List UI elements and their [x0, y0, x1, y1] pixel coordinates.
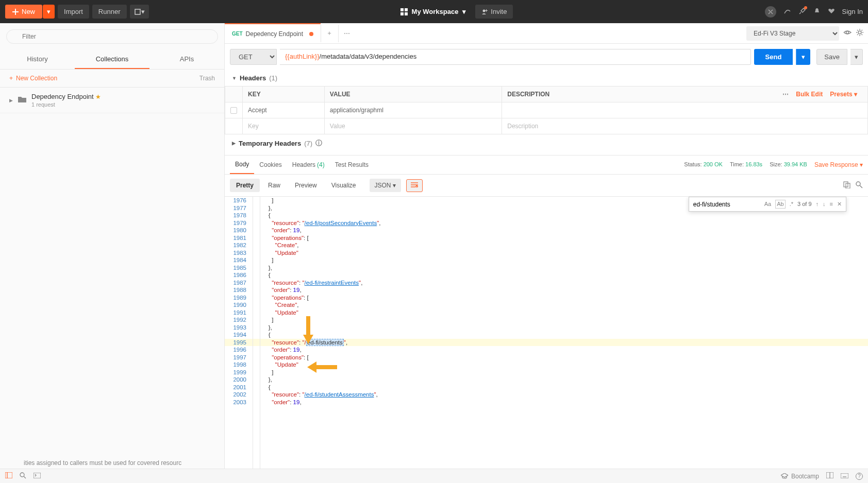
svg-rect-3	[400, 8, 404, 11]
view-raw[interactable]: Raw	[262, 179, 287, 192]
svg-rect-28	[34, 473, 41, 478]
new-dropdown[interactable]: ▾	[43, 5, 55, 19]
svg-point-12	[846, 31, 849, 34]
tab-options-button[interactable]: ⋯	[338, 25, 356, 42]
tab-apis[interactable]: APIs	[149, 50, 224, 69]
search-close[interactable]: ✕	[837, 200, 842, 208]
help-icon[interactable]: ?	[856, 473, 863, 480]
workspace-selector[interactable]: My Workspace ▾	[400, 8, 466, 15]
tab-method-badge: GET	[232, 31, 243, 37]
star-icon: ★	[95, 93, 101, 100]
new-button[interactable]: New	[5, 5, 42, 19]
invite-button[interactable]: Invite	[475, 5, 513, 19]
save-button[interactable]: Save	[816, 49, 847, 65]
tab-collections[interactable]: Collections	[75, 50, 149, 69]
more-icon[interactable]: ⋯	[782, 91, 789, 98]
info-icon[interactable]: ⓘ	[315, 139, 322, 148]
method-selector[interactable]: GET	[230, 49, 277, 65]
keyboard-icon[interactable]	[841, 473, 848, 480]
bell-icon[interactable]	[813, 7, 821, 16]
headers-title: Headers	[240, 74, 266, 82]
search-in-body-popup: Aa Ab .* 3 of 9 ↑ ↓ ≡ ✕	[689, 197, 846, 212]
send-button[interactable]: Send	[754, 49, 793, 65]
save-response-link[interactable]: Save Response ▾	[814, 161, 863, 168]
sync-icon[interactable]	[765, 6, 776, 18]
save-dropdown[interactable]: ▾	[850, 49, 863, 65]
filter-input[interactable]	[6, 29, 218, 44]
topbar: New ▾ Import Runner ▾ My Workspace ▾ Inv…	[0, 0, 868, 23]
caret-right-icon: ▶	[232, 141, 236, 146]
unsaved-dot-icon	[309, 32, 313, 36]
new-collection-button[interactable]: + New Collection	[9, 75, 57, 82]
header-key-placeholder[interactable]: Key	[243, 118, 325, 134]
url-input[interactable]: {{authLink}}/metadata/data/v3/dependenci…	[280, 49, 751, 65]
wrap-toggle[interactable]	[406, 179, 423, 192]
send-dropdown[interactable]: ▾	[796, 49, 810, 65]
search-word-toggle[interactable]: Ab	[775, 200, 785, 209]
capture-button[interactable]: ▾	[130, 5, 149, 19]
response-tabs: Body Cookies Headers(4) Test Results Sta…	[225, 155, 868, 175]
runner-button[interactable]: Runner	[92, 5, 127, 19]
new-collection-label: New Collection	[16, 75, 57, 82]
temp-headers-count: (7)	[304, 140, 312, 147]
col-value: VALUE	[324, 87, 502, 102]
heart-icon[interactable]	[828, 7, 835, 16]
header-value-placeholder[interactable]: Value	[324, 118, 502, 134]
svg-rect-20	[306, 316, 310, 336]
find-icon[interactable]	[20, 472, 26, 480]
svg-point-18	[856, 182, 860, 186]
header-desc-placeholder[interactable]: Description	[502, 118, 868, 134]
resp-tab-tests[interactable]: Test Results	[330, 156, 374, 174]
checkbox[interactable]	[230, 107, 237, 114]
import-button[interactable]: Import	[58, 5, 89, 19]
search-case-toggle[interactable]: Aa	[764, 200, 771, 208]
temp-headers-toggle[interactable]: ▶ Temporary Headers (7) ⓘ	[225, 134, 868, 152]
resp-tab-cookies[interactable]: Cookies	[254, 156, 287, 174]
response-body[interactable]: Aa Ab .* 3 of 9 ↑ ↓ ≡ ✕ 1976197719781979…	[225, 196, 868, 469]
headers-section-toggle[interactable]: ▼ Headers (1)	[225, 70, 868, 86]
svg-rect-31	[841, 473, 848, 478]
console-icon[interactable]	[34, 473, 41, 480]
plus-icon: +	[9, 75, 13, 82]
tab-history[interactable]: History	[0, 50, 75, 69]
format-selector[interactable]: JSON ▾	[370, 179, 401, 192]
url-variable: {{authLink}}	[285, 53, 320, 60]
wrench-icon[interactable]	[798, 7, 806, 16]
annotation-arrow-down	[301, 316, 315, 345]
request-tab[interactable]: GET Depedency Endpoint	[225, 23, 321, 43]
two-pane-icon[interactable]	[826, 472, 833, 480]
header-value[interactable]: application/graphml	[324, 102, 502, 118]
sidebar-toggle-icon[interactable]	[5, 472, 12, 480]
env-preview-icon[interactable]	[843, 28, 852, 38]
search-prev[interactable]: ↑	[816, 200, 819, 208]
bootcamp-link[interactable]: Bootcamp	[781, 473, 819, 480]
graduation-icon	[781, 473, 788, 479]
view-visualize[interactable]: Visualize	[325, 179, 362, 192]
svg-point-7	[483, 9, 486, 12]
satellite-icon[interactable]	[783, 7, 791, 16]
copy-icon[interactable]	[843, 181, 850, 190]
environment-selector[interactable]: Ed-Fi V3 Stage	[746, 26, 839, 41]
search-options[interactable]: ≡	[830, 200, 833, 208]
env-settings-icon[interactable]	[856, 28, 864, 38]
resp-tab-body[interactable]: Body	[230, 156, 254, 174]
header-row[interactable]: Accept application/graphml	[225, 102, 868, 118]
search-query-input[interactable]	[693, 201, 760, 208]
presets-link[interactable]: Presets ▾	[830, 91, 857, 98]
header-new-row[interactable]: Key Value Description	[225, 118, 868, 134]
view-pretty[interactable]: Pretty	[230, 179, 260, 192]
add-tab-button[interactable]: ＋	[321, 25, 338, 42]
caret-down-icon: ▼	[232, 76, 237, 81]
search-regex-toggle[interactable]: .*	[790, 200, 793, 208]
search-icon[interactable]	[856, 181, 863, 190]
search-next[interactable]: ↓	[823, 200, 826, 208]
resp-tab-headers[interactable]: Headers(4)	[287, 156, 330, 174]
sign-in-link[interactable]: Sign In	[842, 8, 863, 15]
collection-item[interactable]: ▶ Depedency Endpoint ★ 1 request	[0, 88, 224, 113]
caret-right-icon: ▶	[9, 98, 13, 103]
view-preview[interactable]: Preview	[289, 179, 323, 192]
bulk-edit-link[interactable]: Bulk Edit	[796, 91, 823, 98]
trash-link[interactable]: Trash	[199, 75, 215, 82]
header-key[interactable]: Accept	[243, 102, 325, 118]
request-tabbar: GET Depedency Endpoint ＋ ⋯ Ed-Fi V3 Stag…	[225, 23, 868, 44]
